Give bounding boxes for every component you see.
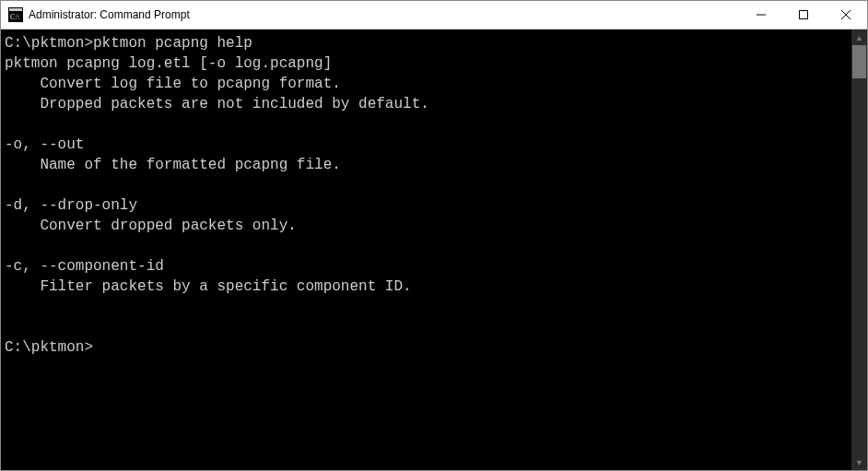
svg-rect-4 <box>800 11 808 19</box>
titlebar[interactable]: C:\ Administrator: Command Prompt <box>1 1 867 29</box>
vertical-scrollbar[interactable]: ▲ ▼ <box>851 29 867 470</box>
svg-text:C:\: C:\ <box>10 13 20 21</box>
scroll-down-arrow-icon[interactable]: ▼ <box>851 454 867 470</box>
terminal-area: C:\pktmon>pktmon pcapng help pktmon pcap… <box>1 29 867 470</box>
close-button[interactable] <box>825 1 867 29</box>
maximize-button[interactable] <box>782 1 825 29</box>
minimize-button[interactable] <box>740 1 782 29</box>
scrollbar-thumb[interactable] <box>852 45 866 78</box>
scroll-up-arrow-icon[interactable]: ▲ <box>851 29 867 45</box>
svg-rect-1 <box>9 8 22 11</box>
window-title: Administrator: Command Prompt <box>29 8 190 21</box>
terminal-output[interactable]: C:\pktmon>pktmon pcapng help pktmon pcap… <box>1 29 851 470</box>
cmd-icon: C:\ <box>8 7 23 22</box>
